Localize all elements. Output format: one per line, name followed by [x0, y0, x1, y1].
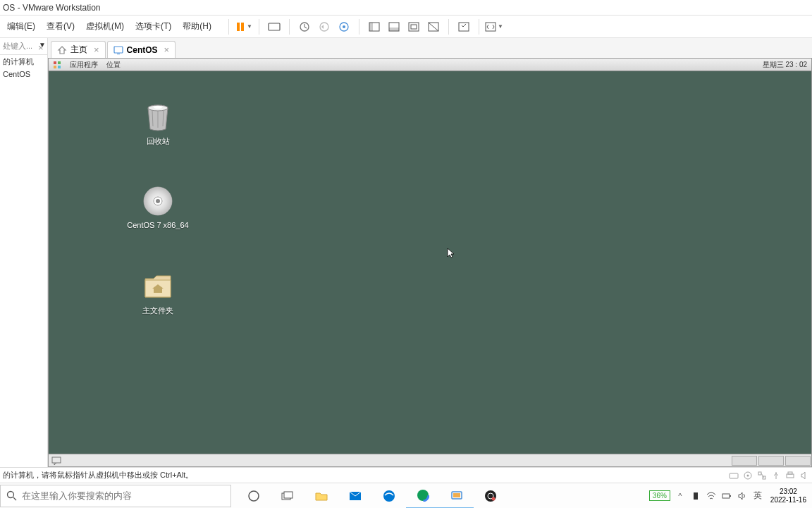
svg-rect-43 — [788, 472, 792, 474]
pause-icon — [235, 22, 245, 32]
apps-icon — [53, 61, 61, 69]
vm-display[interactable]: 应用程序 位置 星期三 23 : 02 回收站 CentOS 7 x86_64 — [48, 58, 812, 467]
svg-point-8 — [343, 25, 345, 28]
console-icon — [388, 22, 400, 32]
svg-point-6 — [320, 23, 328, 31]
svg-line-45 — [13, 497, 16, 500]
taskbar-cortana[interactable] — [237, 483, 271, 509]
show-console-button[interactable] — [385, 18, 403, 36]
svg-point-34 — [156, 199, 160, 203]
gnome-clock[interactable]: 星期三 23 : 02 — [763, 60, 807, 70]
fullscreen-button[interactable] — [405, 18, 423, 36]
svg-rect-24 — [58, 66, 61, 68]
cd-icon[interactable] — [743, 471, 753, 480]
statusbar-text: 的计算机，请将鼠标指针从虚拟机中移出或按 Ctrl+Alt。 — [3, 470, 193, 480]
svg-rect-22 — [58, 61, 61, 64]
tab-home-label: 主页 — [70, 44, 87, 56]
close-icon[interactable]: × — [94, 44, 99, 55]
gnome-places-menu[interactable]: 位置 — [106, 60, 121, 70]
statusbar-devices — [729, 471, 809, 480]
scroll-box[interactable] — [758, 456, 784, 466]
taskbar-vmware[interactable] — [440, 483, 474, 509]
chevron-up-icon[interactable]: ^ — [675, 490, 686, 502]
vm-scroll-boxes — [731, 456, 811, 466]
quick-switch-button[interactable] — [455, 18, 473, 36]
svg-rect-42 — [787, 474, 794, 478]
window-title: OS - VMware Workstation — [3, 3, 100, 13]
desktop-icon-label: CentOS 7 x86_64 — [126, 221, 190, 229]
sidebar-item-mycomputer[interactable]: 的计算机 — [0, 55, 47, 68]
sidebar-item-centos[interactable]: CentOS — [0, 68, 47, 80]
menu-help[interactable]: 帮助(H) — [177, 18, 217, 35]
network-icon[interactable] — [757, 471, 767, 480]
desktop-icon-label: 回收站 — [126, 136, 190, 147]
close-icon[interactable]: × — [164, 44, 170, 55]
svg-rect-13 — [409, 23, 419, 31]
quick-switch-icon — [458, 22, 469, 32]
snapshot-manager-icon — [338, 21, 350, 32]
svg-rect-0 — [237, 23, 240, 31]
svg-rect-48 — [284, 492, 293, 498]
vm-icon — [113, 45, 123, 55]
usb-icon[interactable] — [771, 471, 781, 480]
svg-rect-2 — [269, 23, 280, 30]
power-icon[interactable] — [721, 490, 732, 502]
unity-button[interactable] — [424, 18, 443, 36]
system-tray: 36% ^ 英 23:02 2022-11-16 — [649, 483, 812, 508]
sound-icon[interactable] — [799, 471, 809, 480]
clock-date: 2022-11-16 — [770, 496, 806, 504]
volume-icon[interactable] — [737, 490, 748, 502]
scroll-box[interactable] — [732, 456, 757, 466]
taskbar-mail[interactable] — [338, 483, 372, 509]
battery-indicator[interactable]: 36% — [649, 490, 670, 501]
content-area: × 主页 × CentOS × 应用程序 位置 星期三 23 : 02 — [48, 38, 812, 467]
taskbar-clock[interactable]: 23:02 2022-11-16 — [768, 488, 809, 504]
main-area: 处键入... ▼ 的计算机 CentOS × 主页 × CentOS × — [0, 38, 812, 467]
usb-tray-icon[interactable] — [690, 490, 701, 502]
menu-view[interactable]: 查看(V) — [41, 18, 80, 35]
svg-rect-35 — [52, 457, 61, 463]
home-icon — [57, 45, 67, 55]
ime-indicator[interactable]: 英 — [752, 490, 763, 502]
revert-snapshot-button[interactable] — [315, 18, 333, 36]
gnome-desktop[interactable]: 回收站 CentOS 7 x86_64 主文件夹 — [49, 71, 811, 454]
desktop-icon-trash[interactable]: 回收站 — [126, 99, 190, 147]
snapshot-button[interactable] — [295, 18, 314, 36]
svg-rect-10 — [369, 23, 373, 31]
folder-home-icon — [141, 269, 175, 303]
taskbar-edge[interactable] — [406, 483, 440, 509]
svg-rect-21 — [54, 61, 56, 64]
taskbar-taskview[interactable] — [271, 483, 304, 509]
tab-centos[interactable]: CentOS × — [107, 41, 176, 58]
vm-message-icon[interactable] — [49, 456, 64, 465]
svg-rect-17 — [459, 23, 469, 31]
send-ctrl-alt-del-button[interactable] — [265, 18, 283, 36]
taskbar-obs[interactable] — [474, 483, 508, 509]
menu-vm[interactable]: 虚拟机(M) — [80, 18, 130, 35]
stretch-button[interactable]: ▼ — [485, 18, 503, 36]
tab-home[interactable]: 主页 × — [51, 41, 106, 58]
gnome-apps-menu[interactable]: 应用程序 — [70, 60, 98, 70]
close-sidebar-button[interactable]: × — [38, 42, 44, 53]
wifi-icon[interactable] — [706, 490, 717, 502]
svg-rect-12 — [389, 28, 399, 31]
taskbar-search[interactable]: 在这里输入你要搜索的内容 — [0, 485, 231, 507]
taskbar-explorer[interactable] — [304, 483, 338, 509]
menu-tabs[interactable]: 选项卡(T) — [130, 18, 177, 35]
svg-point-44 — [8, 491, 14, 497]
harddisk-icon[interactable] — [729, 471, 739, 480]
snapshot-manager-button[interactable] — [335, 18, 353, 36]
desktop-icon-home[interactable]: 主文件夹 — [126, 269, 190, 316]
menu-edit[interactable]: 编辑(E) — [1, 18, 41, 35]
separator — [359, 19, 359, 35]
taskbar-edge-legacy[interactable] — [372, 483, 406, 509]
tabs-row: × 主页 × CentOS × — [48, 38, 812, 58]
library-sidebar: 处键入... ▼ 的计算机 CentOS — [0, 38, 48, 467]
show-sidebar-button[interactable] — [365, 18, 383, 36]
sidebar-search-placeholder: 处键入... — [3, 41, 32, 52]
desktop-icon-disc[interactable]: CentOS 7 x86_64 — [126, 184, 190, 229]
scroll-box[interactable] — [785, 456, 811, 466]
printer-icon[interactable] — [785, 471, 795, 480]
toolbar: ▼ — [224, 18, 503, 36]
pause-button[interactable]: ▼ — [235, 18, 253, 36]
